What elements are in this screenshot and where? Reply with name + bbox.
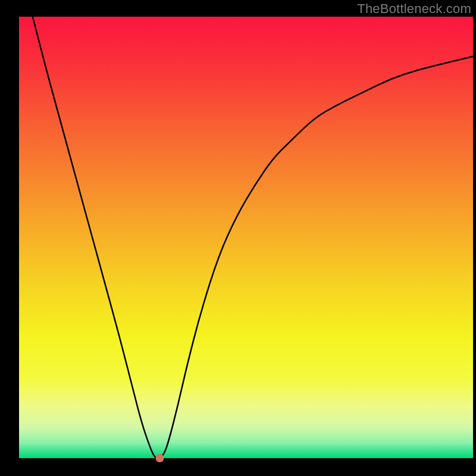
watermark-text: TheBottleneck.com [357, 1, 471, 17]
plot-background [19, 17, 473, 458]
chart-frame: TheBottleneck.com [0, 0, 476, 476]
optimum-marker [156, 454, 164, 462]
bottleneck-chart [0, 0, 476, 476]
